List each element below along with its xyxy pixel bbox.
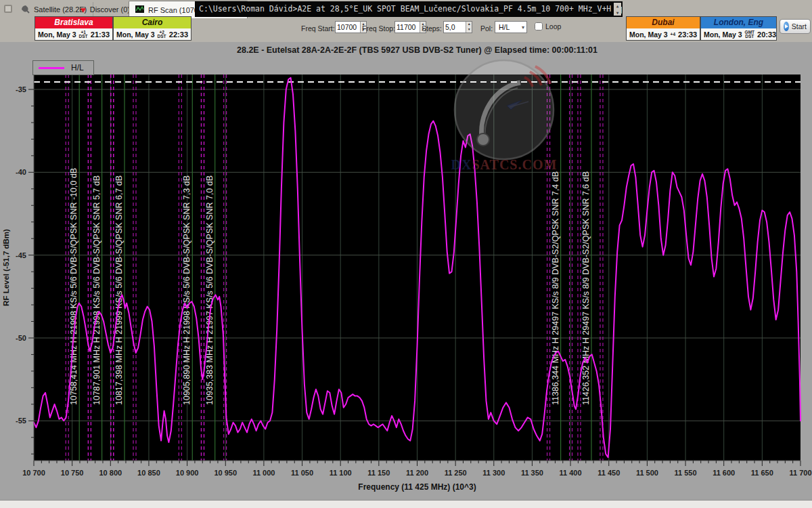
steps-field[interactable] <box>444 22 466 33</box>
y-axis-title: RF Level (-51,7 dBm) <box>2 229 10 306</box>
y-tick-label: -55 <box>16 417 26 425</box>
x-tick-label: 10 800 <box>99 469 122 477</box>
window-bottom-edge <box>0 500 812 508</box>
clock-london: London, Eng Mon, May 3 GMTDST 20:33 <box>700 16 777 41</box>
clock-bratislava-date: Mon, May 3 <box>38 30 76 39</box>
x-tick-label: 11 400 <box>560 469 582 477</box>
carrier-annotation: 11426,352 MHz H 29497 KS/s 8/9 DVB-S2/QP… <box>581 171 591 405</box>
y-tick-label: -40 <box>16 168 26 176</box>
clock-bratislava-time: 21:33 <box>91 30 110 39</box>
command-bar: C:\Users\Roman Dávid>A2E at 28,5°E_UK SP… <box>195 1 623 17</box>
freq-stop-field[interactable] <box>395 22 420 33</box>
steps-spinner[interactable]: ▲▼ <box>466 22 472 33</box>
scroll-up-icon[interactable]: ▲ <box>616 3 619 9</box>
freq-start-field[interactable] <box>336 22 360 33</box>
rf-scan-icon <box>135 5 144 14</box>
x-tick-label: 11 200 <box>406 469 428 477</box>
app-icon <box>3 4 13 14</box>
x-tick-label: 11 050 <box>291 469 313 477</box>
chevron-down-icon: ▾ <box>522 24 524 30</box>
heart-icon: ♥ <box>81 5 86 14</box>
clock-cairo-time: 22:33 <box>169 30 188 39</box>
x-tick-label: 11 700 <box>789 469 811 477</box>
freq-stop-label: Freq Stop: <box>362 24 395 33</box>
x-tick-label: 10 750 <box>61 469 84 477</box>
top-bar: Satellite (28.2E) ♥ Discover (0) RF Scan… <box>0 0 812 43</box>
clock-cairo-date: Mon, May 3 <box>116 30 155 39</box>
legend: H/L <box>32 60 94 75</box>
x-tick-label: 10 950 <box>214 469 237 477</box>
y-tick-label: -50 <box>16 334 26 342</box>
start-button[interactable]: Start <box>780 19 811 34</box>
x-axis-title: Frequency (11 425 MHz) (10^3) <box>358 482 476 492</box>
pol-value: H/L <box>499 23 510 31</box>
legend-label: H/L <box>71 63 84 72</box>
x-tick-label: 10 850 <box>137 469 160 477</box>
carrier-annotation: 10935,383 MHz H 21997 KS/s 5/6 DVB-S/QPS… <box>205 175 215 405</box>
x-tick-label: 11 300 <box>482 469 505 477</box>
loop-label: Loop <box>545 22 561 30</box>
x-tick-label: 11 500 <box>636 469 658 477</box>
y-tick-label: -35 <box>16 85 26 93</box>
legend-line-sample <box>39 67 64 69</box>
clock-london-date: Mon, May 3 <box>704 30 742 39</box>
spectrum-chart-panel: 28.2E - Eutelsat 28A-2A-2E-2F (TBS 5927 … <box>0 42 812 500</box>
x-tick-label: 10 900 <box>176 469 199 477</box>
x-tick-label: 11 450 <box>597 469 620 477</box>
clock-london-city: London, Eng <box>701 17 776 28</box>
tab-discover-label: Discover (0) <box>90 5 130 14</box>
clock-cairo-city: Cairo <box>114 17 191 28</box>
loop-checkbox[interactable] <box>535 22 543 30</box>
clock-dubai: Dubai Mon, May 3 +4 23:33 <box>626 16 700 41</box>
carrier-annotation: 11386,344 MHz H 29497 KS/s 8/9 DVB-S2/QP… <box>551 171 560 405</box>
x-tick-label: 11 600 <box>713 469 735 477</box>
tab-discover[interactable]: ♥ Discover (0) <box>74 2 137 17</box>
pol-select[interactable]: H/L ▾ <box>495 21 527 33</box>
clock-cairo: Cairo Mon, May 3 +2DST 22:33 <box>113 16 191 41</box>
x-tick-label: 11 650 <box>751 469 773 477</box>
clock-london-time: 20:33 <box>757 30 776 39</box>
x-tick-label: 11 550 <box>675 469 697 477</box>
clock-dubai-time: 23:33 <box>678 30 697 39</box>
carrier-annotation: 10787,901 MHz H 21998 KS/s 5/6 DVB-S/QPS… <box>92 175 102 405</box>
x-tick-label: 10 700 <box>22 469 45 477</box>
chart-title: 28.2E - Eutelsat 28A-2A-2E-2F (TBS 5927 … <box>34 45 800 55</box>
freq-start-label: Freq Start: <box>301 24 335 33</box>
loop-control: Loop <box>535 22 561 30</box>
x-tick-label: 11 100 <box>330 469 352 477</box>
clock-dubai-city: Dubai <box>627 17 700 28</box>
play-icon <box>784 22 789 31</box>
command-text: C:\Users\Roman Dávid>A2E at 28,5°E_UK SP… <box>199 4 623 14</box>
x-tick-label: 11 350 <box>521 469 543 477</box>
carrier-annotation: 10817,398 MHz H 21999 KS/s 5/6 DVB-S/QPS… <box>114 175 124 405</box>
pol-label: Pol: <box>480 24 493 33</box>
clock-dubai-date: Mon, May 3 <box>629 30 668 39</box>
satellite-icon <box>21 5 30 15</box>
clock-bratislava: Bratislava Mon, May 3 +1DST 21:33 <box>35 16 113 41</box>
start-button-label: Start <box>792 22 807 30</box>
command-scrollbar[interactable]: ▲▼ <box>614 3 621 16</box>
clock-bratislava-city: Bratislava <box>35 17 112 28</box>
x-tick-label: 11 250 <box>445 469 467 477</box>
steps-label: Steps: <box>422 24 442 33</box>
x-tick-label: 11 000 <box>252 469 275 477</box>
y-tick-label: -45 <box>16 251 26 259</box>
scroll-down-icon[interactable]: ▼ <box>616 9 619 16</box>
x-tick-label: 11 150 <box>367 469 390 477</box>
spectrum-plot: 10758,414 MHz H 21998 KS/s 5/6 DVB-S/QPS… <box>0 42 812 500</box>
steps-input[interactable]: ▲▼ <box>443 21 472 33</box>
carrier-annotation: 10905,890 MHz H 21998 KS/s 5/6 DVB-S/QPS… <box>182 175 191 405</box>
